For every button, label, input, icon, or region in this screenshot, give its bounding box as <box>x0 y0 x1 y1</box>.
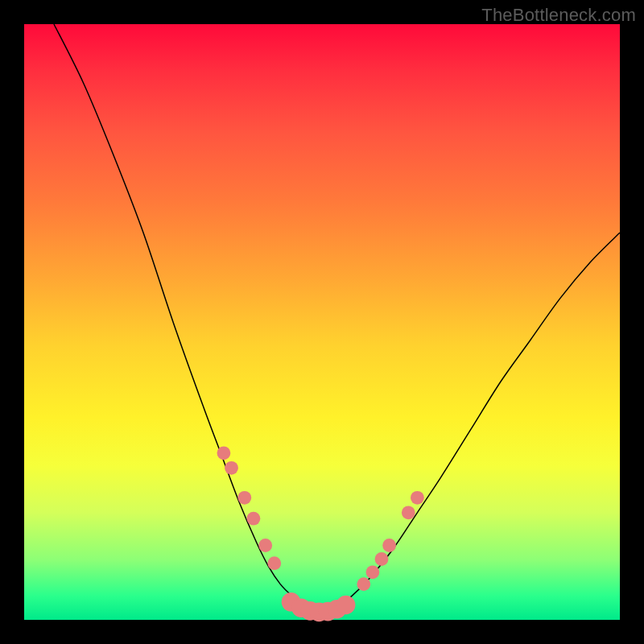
curve-marker <box>258 539 272 552</box>
curve-marker <box>411 491 424 505</box>
curve-marker <box>382 539 396 552</box>
curve-marker <box>336 596 356 615</box>
curve-marker <box>225 461 238 475</box>
curve-marker <box>247 512 261 526</box>
curve-marker <box>366 565 380 579</box>
bottleneck-curve <box>54 24 620 612</box>
curve-marker <box>357 577 370 591</box>
curve-marker <box>402 506 415 519</box>
chart-frame: TheBottleneck.com <box>0 0 644 644</box>
curve-marker <box>267 556 281 570</box>
curve-marker <box>217 446 231 460</box>
curve-layer <box>24 24 620 620</box>
curve-markers <box>217 446 424 621</box>
curve-marker <box>237 491 251 505</box>
curve-marker <box>375 552 389 566</box>
watermark-text: TheBottleneck.com <box>481 5 636 26</box>
plot-area <box>24 24 620 620</box>
